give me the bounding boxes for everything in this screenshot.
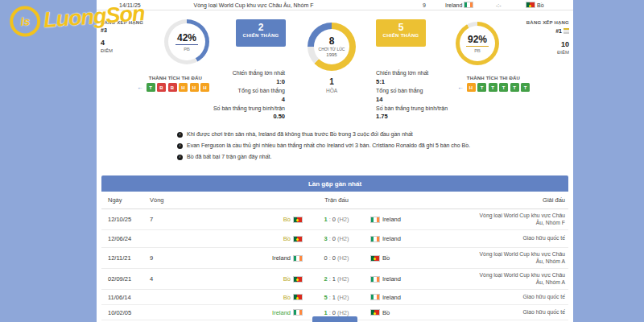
h2h-table-header: Ngày Vòng Trận đấu Giải đấu	[101, 192, 568, 209]
away-points: 10	[511, 40, 569, 48]
stat-value: 14	[376, 96, 471, 103]
table-row[interactable]: 12/10/25 7 Bồ 1:0(H2) Ireland Vòng loại …	[101, 209, 568, 230]
form-result: T	[521, 83, 530, 92]
tournament: Vòng loại World Cup khu vực Châu Âu, Nhó…	[475, 213, 565, 227]
portugal-flag-icon	[370, 255, 380, 262]
match-round: 7	[150, 216, 198, 223]
tournament: Vòng loại World Cup khu vực Châu Âu, Nhó…	[475, 272, 565, 287]
note-text: Bồ đã bất bại 7 trận gần đây nhất.	[187, 154, 271, 160]
away-win-rate-gauge: 92% PB	[456, 22, 499, 65]
form-arrow-icon: ←	[137, 85, 143, 91]
draws-label: HÒA	[308, 88, 356, 93]
away-team: Ireland	[370, 235, 475, 242]
form-result: B	[157, 83, 166, 92]
match-date: 02/09/21	[108, 275, 150, 283]
ireland-flag-icon	[370, 294, 380, 300]
portugal-flag-icon	[293, 276, 303, 283]
home-team: Ireland	[198, 254, 303, 262]
home-rank-label: BẢNG XẾP HẠNG	[101, 20, 159, 25]
home-form-strip: ← T B B H H H	[137, 83, 209, 92]
since-label: CHƠI TỪ LÚC	[319, 47, 345, 52]
away-points-label: ĐIỂM	[511, 50, 569, 55]
info-icon: i	[177, 143, 183, 149]
col-header-tournament: Giải đấu	[475, 196, 565, 204]
col-header-match: Trận đấu	[303, 196, 370, 204]
form-result: H	[190, 83, 199, 92]
match-date: 12/11/21	[108, 254, 150, 262]
ireland-flag-icon	[293, 255, 303, 262]
table-row[interactable]: 12/06/24 Bồ 3:0(H2) Ireland Giao hữu quố…	[101, 230, 568, 248]
form-result: H	[200, 83, 209, 92]
table-row[interactable]: 12/11/21 9 Ireland 0:0(H2) Bồ Vòng loại …	[101, 248, 568, 269]
draws-block: 1 HÒA	[308, 77, 356, 93]
table-row[interactable]: 11/06/14 Bồ 5:1(H2) Ireland Giao hữu quố…	[101, 290, 568, 305]
stat-value: 1.75	[376, 113, 471, 120]
ireland-flag-icon	[464, 2, 473, 8]
note-text: Khi được chơi trên sân nhà, Ireland đã k…	[187, 131, 413, 138]
home-team-name: Ireland	[445, 2, 462, 8]
score: 2:1(H2)	[303, 275, 370, 283]
tournament: Giao hữu quốc tế	[475, 294, 565, 301]
tournament: Vòng loại World Cup khu vực Châu Âu, Nhó…	[475, 251, 565, 266]
form-result: B	[168, 83, 177, 92]
away-rank-position: #1	[511, 27, 569, 35]
ireland-flag-icon	[370, 276, 380, 283]
away-team: Bồ	[370, 254, 475, 262]
match-header-row[interactable]: 14/11/25 Vòng loại World Cup khu vực Châ…	[97, 0, 573, 10]
col-header-date: Ngày	[108, 196, 150, 204]
home-form-label: THÀNH TÍCH THI ĐẤU	[123, 76, 228, 80]
stat-value: 4	[190, 96, 285, 103]
h2h-table-body: 12/10/25 7 Bồ 1:0(H2) Ireland Vòng loại …	[101, 209, 568, 320]
match-round: 9	[423, 2, 426, 8]
match-date: 12/06/24	[108, 235, 150, 242]
form-result: H	[467, 83, 476, 92]
away-team: Ireland	[370, 216, 475, 223]
show-more-button[interactable]	[312, 316, 357, 322]
match-date: 14/11/25	[119, 2, 141, 8]
standings-icon	[564, 27, 569, 35]
portugal-flag-icon	[370, 309, 380, 316]
match-round: 9	[150, 254, 198, 262]
stat-label: Số bàn thắng trung bình/trận	[190, 105, 285, 113]
form-result: T	[147, 83, 155, 92]
away-team: Bồ	[370, 309, 475, 316]
home-team: Ireland	[198, 309, 303, 316]
match-competition: Vòng loại World Cup khu vực Châu Âu, Nhó…	[141, 2, 366, 8]
score: 3:0(H2)	[303, 235, 370, 242]
away-wins-box: 5 CHIẾN THẮNG	[376, 19, 426, 47]
match-home-team: Ireland	[445, 2, 473, 8]
away-rank-block: BẢNG XẾP HẠNG #1 10 ĐIỂM	[511, 20, 569, 55]
table-row[interactable]: 02/09/21 4 Bồ 2:1(H2) Ireland Vòng loại …	[101, 269, 568, 290]
score: 0:0(H2)	[303, 254, 370, 262]
ireland-flag-icon	[370, 236, 380, 242]
home-points-label: ĐIỂM	[101, 48, 159, 53]
away-team-name: Bồ	[537, 2, 544, 8]
tournament: Giao hữu quốc tế	[475, 309, 565, 316]
match-date: 11/06/14	[108, 294, 150, 301]
score: 1:0(H2)	[303, 309, 370, 316]
away-form-strip: ← H T T T T T	[457, 83, 530, 92]
form-result: H	[179, 83, 188, 92]
since-year: 1995	[326, 52, 336, 57]
away-win-rate: 92%	[466, 34, 489, 47]
away-wins-value: 5	[376, 23, 426, 33]
away-wins-label: CHIẾN THẮNG	[376, 33, 426, 38]
home-win-rate-gauge: 42% PB	[164, 19, 209, 64]
away-team: Ireland	[370, 275, 475, 283]
home-team: Bồ	[198, 294, 303, 301]
score: 1:0(H2)	[303, 216, 370, 223]
away-team: Ireland	[370, 294, 475, 301]
portugal-flag-icon	[293, 294, 303, 300]
h2h-table-title: Lần gặp gần nhất	[101, 175, 568, 192]
home-rank-position: #3	[101, 27, 159, 33]
draws-value: 1	[308, 77, 356, 86]
home-wins-box: 2 CHIẾN THẮNG	[236, 19, 286, 47]
match-round: 4	[150, 275, 198, 283]
tournament: Giao hữu quốc tế	[475, 235, 565, 242]
away-win-rate-caption: PB	[474, 48, 481, 53]
away-rank-label: BẢNG XẾP HẠNG	[511, 20, 569, 25]
note-text: Evan Ferguson là cầu thủ ghi nhiều bàn t…	[187, 142, 470, 149]
match-score: -:-	[496, 2, 502, 8]
note-item: i Khi được chơi trên sân nhà, Ireland đã…	[177, 131, 547, 138]
match-away-team: Bồ	[526, 2, 544, 8]
